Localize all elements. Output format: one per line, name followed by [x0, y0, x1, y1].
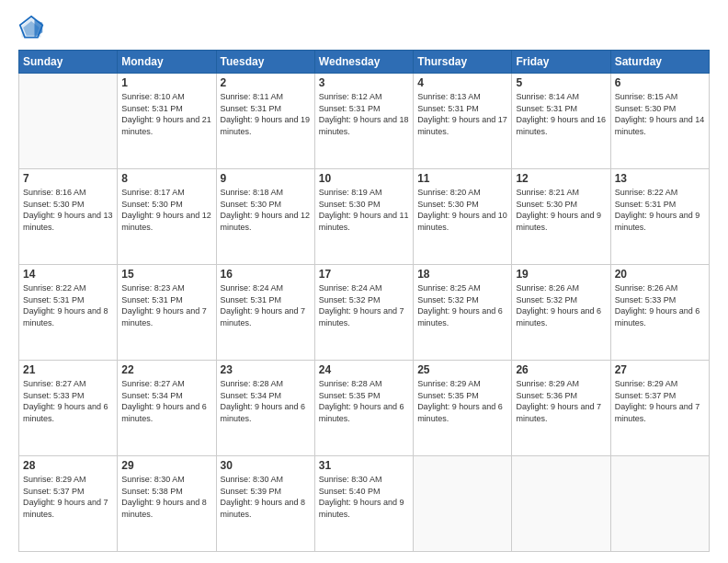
weekday-header: Thursday	[414, 51, 512, 74]
calendar-cell: 21Sunrise: 8:27 AMSunset: 5:33 PMDayligh…	[19, 361, 118, 456]
cell-info: Sunrise: 8:22 AMSunset: 5:31 PMDaylight:…	[615, 187, 705, 233]
day-number: 8	[121, 172, 211, 185]
calendar-cell: 10Sunrise: 8:19 AMSunset: 5:30 PMDayligh…	[314, 169, 413, 265]
calendar-cell: 6Sunrise: 8:15 AMSunset: 5:30 PMDaylight…	[610, 74, 709, 169]
calendar-table: SundayMondayTuesdayWednesdayThursdayFrid…	[18, 50, 710, 552]
calendar-cell: 4Sunrise: 8:13 AMSunset: 5:31 PMDaylight…	[414, 74, 512, 169]
calendar-page: SundayMondayTuesdayWednesdayThursdayFrid…	[0, 0, 728, 563]
cell-info: Sunrise: 8:17 AMSunset: 5:30 PMDaylight:…	[121, 187, 211, 233]
day-number: 18	[417, 268, 507, 281]
calendar-cell: 16Sunrise: 8:24 AMSunset: 5:31 PMDayligh…	[216, 265, 314, 361]
calendar-cell: 20Sunrise: 8:26 AMSunset: 5:33 PMDayligh…	[610, 265, 709, 361]
cell-info: Sunrise: 8:27 AMSunset: 5:34 PMDaylight:…	[121, 378, 211, 424]
cell-info: Sunrise: 8:26 AMSunset: 5:33 PMDaylight:…	[615, 282, 705, 328]
day-number: 26	[516, 363, 606, 376]
cell-info: Sunrise: 8:30 AMSunset: 5:38 PMDaylight:…	[121, 474, 211, 520]
calendar-cell: 19Sunrise: 8:26 AMSunset: 5:32 PMDayligh…	[512, 265, 610, 361]
day-number: 23	[221, 363, 311, 376]
weekday-header: Wednesday	[314, 51, 413, 74]
cell-info: Sunrise: 8:11 AMSunset: 5:31 PMDaylight:…	[221, 91, 311, 137]
cell-info: Sunrise: 8:18 AMSunset: 5:30 PMDaylight:…	[221, 187, 311, 233]
cell-info: Sunrise: 8:29 AMSunset: 5:35 PMDaylight:…	[417, 378, 507, 424]
weekday-header: Friday	[512, 51, 610, 74]
logo	[18, 15, 48, 40]
calendar-cell: 22Sunrise: 8:27 AMSunset: 5:34 PMDayligh…	[118, 361, 216, 456]
cell-info: Sunrise: 8:15 AMSunset: 5:30 PMDaylight:…	[615, 91, 705, 137]
calendar-cell: 8Sunrise: 8:17 AMSunset: 5:30 PMDaylight…	[118, 169, 216, 265]
calendar-cell	[512, 456, 610, 552]
calendar-cell: 24Sunrise: 8:28 AMSunset: 5:35 PMDayligh…	[314, 361, 413, 456]
calendar-cell: 3Sunrise: 8:12 AMSunset: 5:31 PMDaylight…	[314, 74, 413, 169]
calendar-cell: 27Sunrise: 8:29 AMSunset: 5:37 PMDayligh…	[610, 361, 709, 456]
cell-info: Sunrise: 8:12 AMSunset: 5:31 PMDaylight:…	[319, 91, 409, 137]
calendar-cell: 29Sunrise: 8:30 AMSunset: 5:38 PMDayligh…	[118, 456, 216, 552]
weekday-header: Sunday	[19, 51, 118, 74]
calendar-cell: 9Sunrise: 8:18 AMSunset: 5:30 PMDaylight…	[216, 169, 314, 265]
day-number: 31	[319, 459, 409, 472]
calendar-cell: 28Sunrise: 8:29 AMSunset: 5:37 PMDayligh…	[19, 456, 118, 552]
cell-info: Sunrise: 8:28 AMSunset: 5:34 PMDaylight:…	[221, 378, 311, 424]
calendar-cell: 5Sunrise: 8:14 AMSunset: 5:31 PMDaylight…	[512, 74, 610, 169]
calendar-cell: 31Sunrise: 8:30 AMSunset: 5:40 PMDayligh…	[314, 456, 413, 552]
day-number: 7	[23, 172, 113, 185]
svg-marker-3	[35, 19, 43, 37]
day-number: 2	[221, 76, 311, 89]
calendar-cell: 26Sunrise: 8:29 AMSunset: 5:36 PMDayligh…	[512, 361, 610, 456]
cell-info: Sunrise: 8:30 AMSunset: 5:40 PMDaylight:…	[319, 474, 409, 520]
cell-info: Sunrise: 8:10 AMSunset: 5:31 PMDaylight:…	[121, 91, 211, 137]
calendar-cell: 13Sunrise: 8:22 AMSunset: 5:31 PMDayligh…	[610, 169, 709, 265]
cell-info: Sunrise: 8:26 AMSunset: 5:32 PMDaylight:…	[516, 282, 606, 328]
calendar-cell	[610, 456, 709, 552]
weekday-header: Saturday	[610, 51, 709, 74]
day-number: 14	[23, 268, 113, 281]
calendar-cell	[19, 74, 118, 169]
calendar-cell: 23Sunrise: 8:28 AMSunset: 5:34 PMDayligh…	[216, 361, 314, 456]
cell-info: Sunrise: 8:27 AMSunset: 5:33 PMDaylight:…	[23, 378, 113, 424]
header	[18, 15, 710, 40]
calendar-cell: 11Sunrise: 8:20 AMSunset: 5:30 PMDayligh…	[414, 169, 512, 265]
calendar-cell: 2Sunrise: 8:11 AMSunset: 5:31 PMDaylight…	[216, 74, 314, 169]
cell-info: Sunrise: 8:28 AMSunset: 5:35 PMDaylight:…	[319, 378, 409, 424]
day-number: 15	[121, 268, 211, 281]
day-number: 11	[417, 172, 507, 185]
day-number: 10	[319, 172, 409, 185]
cell-info: Sunrise: 8:30 AMSunset: 5:39 PMDaylight:…	[221, 474, 311, 520]
logo-icon	[18, 15, 44, 40]
calendar-cell	[414, 456, 512, 552]
cell-info: Sunrise: 8:14 AMSunset: 5:31 PMDaylight:…	[516, 91, 606, 137]
day-number: 22	[121, 363, 211, 376]
day-number: 21	[23, 363, 113, 376]
day-number: 1	[121, 76, 211, 89]
cell-info: Sunrise: 8:20 AMSunset: 5:30 PMDaylight:…	[417, 187, 507, 233]
cell-info: Sunrise: 8:16 AMSunset: 5:30 PMDaylight:…	[23, 187, 113, 233]
day-number: 24	[319, 363, 409, 376]
cell-info: Sunrise: 8:29 AMSunset: 5:37 PMDaylight:…	[615, 378, 705, 424]
calendar-cell: 17Sunrise: 8:24 AMSunset: 5:32 PMDayligh…	[314, 265, 413, 361]
cell-info: Sunrise: 8:22 AMSunset: 5:31 PMDaylight:…	[23, 282, 113, 328]
calendar-cell: 30Sunrise: 8:30 AMSunset: 5:39 PMDayligh…	[216, 456, 314, 552]
calendar-cell: 7Sunrise: 8:16 AMSunset: 5:30 PMDaylight…	[19, 169, 118, 265]
day-number: 20	[615, 268, 705, 281]
calendar-cell: 18Sunrise: 8:25 AMSunset: 5:32 PMDayligh…	[414, 265, 512, 361]
calendar-cell: 12Sunrise: 8:21 AMSunset: 5:30 PMDayligh…	[512, 169, 610, 265]
day-number: 9	[221, 172, 311, 185]
day-number: 13	[615, 172, 705, 185]
calendar-cell: 15Sunrise: 8:23 AMSunset: 5:31 PMDayligh…	[118, 265, 216, 361]
day-number: 3	[319, 76, 409, 89]
cell-info: Sunrise: 8:29 AMSunset: 5:36 PMDaylight:…	[516, 378, 606, 424]
calendar-cell: 1Sunrise: 8:10 AMSunset: 5:31 PMDaylight…	[118, 74, 216, 169]
weekday-header: Tuesday	[216, 51, 314, 74]
day-number: 6	[615, 76, 705, 89]
cell-info: Sunrise: 8:23 AMSunset: 5:31 PMDaylight:…	[121, 282, 211, 328]
day-number: 5	[516, 76, 606, 89]
day-number: 12	[516, 172, 606, 185]
day-number: 17	[319, 268, 409, 281]
day-number: 28	[23, 459, 113, 472]
day-number: 16	[221, 268, 311, 281]
day-number: 19	[516, 268, 606, 281]
calendar-cell: 14Sunrise: 8:22 AMSunset: 5:31 PMDayligh…	[19, 265, 118, 361]
cell-info: Sunrise: 8:29 AMSunset: 5:37 PMDaylight:…	[23, 474, 113, 520]
cell-info: Sunrise: 8:25 AMSunset: 5:32 PMDaylight:…	[417, 282, 507, 328]
cell-info: Sunrise: 8:19 AMSunset: 5:30 PMDaylight:…	[319, 187, 409, 233]
day-number: 30	[221, 459, 311, 472]
